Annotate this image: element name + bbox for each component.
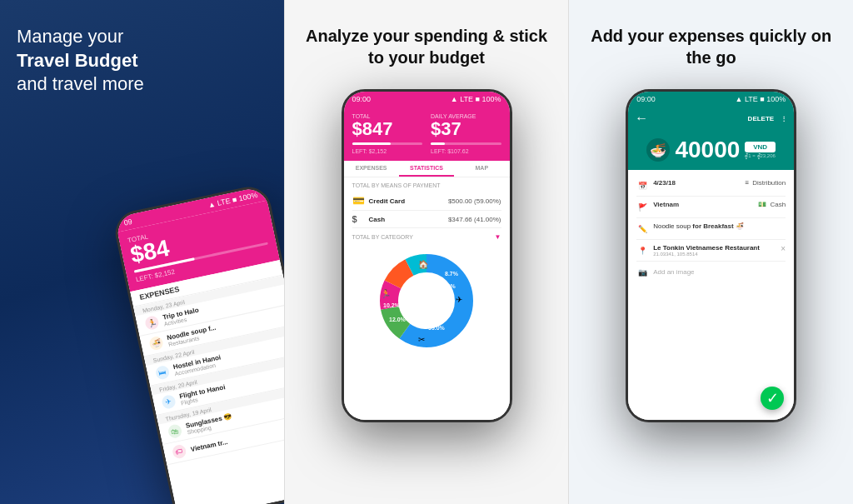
phone3-amount-row: 🍜 40000 VND ₫1 = ₫23,206	[628, 130, 794, 170]
right-panel-title: Add your expenses quickly on the go	[586, 25, 836, 68]
payment-icon-right: 💵	[758, 201, 766, 208]
svg-text:8.7%: 8.7%	[445, 271, 459, 277]
svg-text:✂: ✂	[418, 335, 425, 344]
phone-right: 09:00 ▲ LTE ■ 100% ← DELETE ⋮ 🍜 40000 VN…	[626, 89, 796, 422]
phone-middle: 09:00 ▲ LTE ■ 100% TOTAL $847 LEFT: $2,1…	[342, 89, 512, 422]
camera-icon: 📷	[636, 267, 648, 278]
country-field-row: 🚩 Vietnam 💵 Cash	[636, 197, 786, 218]
distribution-icon: ≡	[745, 179, 749, 187]
note-field-row: ✏️ Noodle soup for Breakfast 🍜	[636, 218, 786, 240]
phone-right-screen: 09:00 ▲ LTE ■ 100% ← DELETE ⋮ 🍜 40000 VN…	[628, 92, 794, 420]
phone-left: 09 ▲ LTE ■ 100% TOTAL $84 LEFT: $2,152 E…	[111, 182, 283, 504]
phone2-header: TOTAL $847 LEFT: $2,152 DAILY AVERAGE $3…	[344, 107, 510, 161]
category-icon: 🍜	[646, 138, 670, 162]
close-location-button[interactable]: ×	[781, 244, 786, 253]
svg-text:✈: ✈	[456, 295, 462, 304]
add-image-row: 📷 Add an image	[636, 262, 786, 282]
svg-text:10.1%: 10.1%	[439, 283, 456, 289]
svg-text:12.0%: 12.0%	[389, 317, 407, 322]
status-bar-middle: 09:00 ▲ LTE ■ 100%	[344, 92, 510, 107]
date-field-row: 📅 4/23/18 ≡ Distribution	[636, 175, 786, 197]
expense-list: Monday, 23 April 🏃 Trip to Halo Activiti…	[133, 276, 284, 504]
panel-right: Add your expenses quickly on the go 09:0…	[569, 0, 853, 504]
expense-fields: 📅 4/23/18 ≡ Distribution 🚩 Vietnam 💵 Cas…	[628, 170, 794, 420]
more-icon[interactable]: ⋮	[781, 115, 787, 122]
misc-icon: 🏷	[171, 444, 187, 460]
payment-row: 💳 Credit Card $500.00 (59.00%)	[352, 192, 501, 211]
svg-text:🏃: 🏃	[381, 288, 392, 299]
tab-map[interactable]: MAP	[454, 161, 509, 177]
delete-button[interactable]: DELETE	[748, 115, 775, 122]
phone2-content: TOTAL BY MEANS OF PAYMENT 💳 Credit Card …	[344, 177, 510, 420]
back-icon[interactable]: ←	[635, 111, 648, 126]
payment-row: $ Cash $347.66 (41.00%)	[352, 211, 501, 228]
edit-icon: ✏️	[636, 223, 648, 235]
phone-left-screen: 09 ▲ LTE ■ 100% TOTAL $84 LEFT: $2,152 E…	[114, 186, 284, 504]
svg-text:🏠: 🏠	[418, 259, 429, 270]
flight-icon: ✈	[161, 394, 177, 410]
left-panel-content: Manage your Travel Budget and travel mor…	[17, 25, 267, 113]
credit-card-icon: 💳	[352, 195, 364, 207]
accommodation-icon: 🛏	[154, 365, 170, 381]
tab-statistics[interactable]: STATISTICS	[399, 161, 454, 177]
location-icon: 📍	[636, 245, 648, 257]
food-icon: 🍜	[148, 336, 164, 352]
donut-chart-container: 8.7% 10.1% 10.2% 12.0% 59.0% 🏠 ✈ 🏃 ✂	[352, 244, 501, 357]
status-bar-right: 09:00 ▲ LTE ■ 100%	[628, 92, 794, 107]
middle-panel-title: Analyze your spending & stick to your bu…	[302, 25, 552, 68]
calendar-icon: 📅	[636, 180, 648, 192]
svg-text:59.0%: 59.0%	[428, 325, 446, 331]
tab-expenses[interactable]: EXPENSES	[344, 161, 399, 177]
location-field-row: 📍 Le Tonkin Vietnamese Restaurant 21.033…	[636, 240, 786, 262]
phone-mockup-left: 09 ▲ LTE ■ 100% TOTAL $84 LEFT: $2,152 E…	[111, 182, 283, 504]
activity-icon: 🏃	[144, 315, 160, 331]
panel-middle: Analyze your spending & stick to your bu…	[284, 0, 570, 504]
phone3-topbar: ← DELETE ⋮	[628, 107, 794, 130]
phone-middle-screen: 09:00 ▲ LTE ■ 100% TOTAL $847 LEFT: $2,1…	[344, 92, 510, 420]
fab-button[interactable]: ✓	[761, 387, 784, 410]
flag-icon: 🚩	[636, 202, 648, 213]
panel-left: Manage your Travel Budget and travel mor…	[0, 0, 284, 504]
shopping-icon: 🛍	[167, 423, 182, 439]
phone2-tabs: EXPENSES STATISTICS MAP	[344, 161, 510, 177]
cash-icon: $	[352, 214, 364, 224]
left-panel-title: Manage your Travel Budget and travel mor…	[17, 25, 267, 97]
svg-text:10.2%: 10.2%	[383, 302, 401, 308]
donut-chart: 8.7% 10.1% 10.2% 12.0% 59.0% 🏠 ✈ 🏃 ✂	[377, 251, 476, 351]
